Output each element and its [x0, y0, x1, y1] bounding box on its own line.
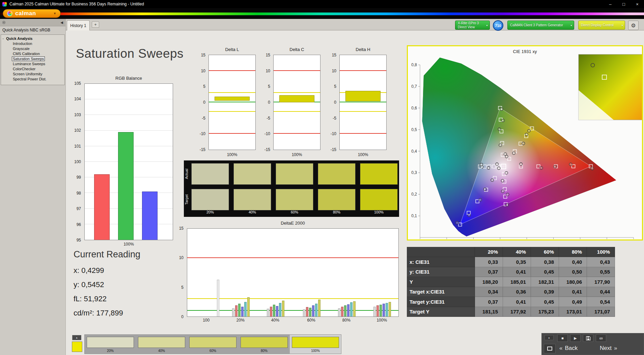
next-button[interactable]: Next »: [600, 345, 617, 352]
actual-swatch-60%: [276, 163, 313, 185]
sidebar-item-saturation-sweeps[interactable]: Saturation Sweeps: [1, 56, 64, 61]
axis-tick-label: 104: [66, 97, 82, 101]
table-header-cell: [407, 247, 475, 257]
deltae-bar: [267, 309, 269, 316]
axis-tick-label: 0,3: [411, 170, 417, 175]
swatch-col-label: 80%: [318, 210, 356, 214]
sidebar-tree-items: IntroductionGrayscaleCMS CalibrationSatu…: [1, 41, 64, 82]
table-cell: 185,01: [503, 277, 531, 287]
meter-line2: Direct View: [458, 25, 475, 29]
app-icon: [2, 2, 7, 6]
pattern-window-icon: [547, 347, 552, 351]
cie-measured-green: [499, 144, 502, 147]
axis-tick-label: 95: [66, 238, 82, 243]
sidebar-item-label: Introduction: [12, 42, 33, 46]
sidebar-item-spectral-power-dist[interactable]: Spectral Power Dist.: [1, 77, 64, 82]
table-cell: 175,23: [531, 307, 559, 317]
maximize-button[interactable]: □: [617, 2, 631, 7]
table-row: Target y:CIE310,370,410,450,490,54: [407, 297, 615, 307]
sidebar-item-screen-uniformity[interactable]: Screen Uniformity: [1, 72, 64, 77]
axis-tick-label: 15: [258, 53, 271, 57]
pattern-source-button[interactable]: CalMAN Client 3 Pattern Generator ▼: [507, 21, 574, 30]
sidebar-item-quick-analysis[interactable]: ▪ Quick Analysis: [1, 36, 64, 41]
deltae-bar: [273, 305, 275, 316]
sidebar-item-label: CMS Calibration: [12, 52, 40, 56]
actual-swatch-100%: [360, 163, 398, 185]
add-tab-button[interactable]: +: [92, 21, 99, 28]
yellow-limit-line: [340, 111, 386, 112]
sidebar-item-luminance-sweeps[interactable]: Luminance Sweeps: [1, 61, 64, 67]
deltae-bar: [318, 300, 320, 316]
row-label: x: CIE31: [407, 257, 475, 267]
axis-tick-label: 0,5: [411, 127, 417, 132]
sidebar-item-cms-calibration[interactable]: CMS Calibration: [1, 51, 64, 56]
swatch-col-label: 40%: [233, 210, 271, 214]
window-title: Calman 2025 Calman Ultimate for Business…: [9, 2, 144, 6]
meter-status-badge[interactable]: 710: [493, 20, 503, 31]
stop-button[interactable]: ■: [557, 334, 568, 342]
meter-button[interactable]: X-Rite i1Pro 3 Direct View ▼: [455, 21, 490, 30]
tab-history-1[interactable]: History 1: [67, 20, 90, 30]
settings-button[interactable]: ⚙: [628, 21, 639, 30]
cie-measured-magenta: [501, 190, 504, 193]
collapse-sidebar-icon[interactable]: ◀: [60, 21, 63, 24]
back-button[interactable]: « Back: [559, 345, 578, 352]
deltae-bar: [315, 304, 317, 316]
deltae-ylabels: 051015: [171, 228, 186, 317]
table-cell: 0,41: [559, 287, 587, 297]
swatch-col-label: 100%: [360, 210, 398, 214]
continuous-read-button[interactable]: ∞: [596, 334, 606, 342]
pattern-60%[interactable]: 60%: [187, 335, 239, 354]
row-label: Target Y: [407, 307, 475, 317]
delta-c-ylabels: -15-10-5051015: [259, 55, 272, 150]
table-cell: 0,54: [587, 297, 615, 307]
delta-bar: [215, 97, 250, 101]
swatch-col-label: 20%: [191, 210, 229, 214]
pattern-20%[interactable]: 20%: [85, 335, 136, 354]
sidebar-item-grayscale[interactable]: Grayscale: [1, 46, 64, 51]
red-limit-line: [209, 70, 255, 71]
deltae-bar: [306, 307, 308, 316]
pattern-100%[interactable]: 100%: [290, 335, 341, 354]
row-label: Target y:CIE31: [407, 297, 475, 307]
deltae-bar: [341, 307, 343, 316]
delta-h-title: Delta H: [340, 47, 386, 52]
calman-logo-button[interactable]: calman ▼: [3, 9, 61, 18]
patch-up-button[interactable]: ▲: [72, 335, 81, 340]
pattern-80%[interactable]: 80%: [239, 335, 290, 354]
cie-measured-blue: [468, 214, 470, 217]
rainbow-strip: [0, 12, 644, 15]
nav-dot-icon[interactable]: [2, 21, 5, 24]
source-label: CalMAN Client 3 Pattern Generator: [510, 23, 563, 27]
sidebar-item-colorchecker[interactable]: ColorChecker: [1, 67, 64, 72]
delta-h-chart: Delta H -15-10-5051015 100%: [339, 55, 387, 150]
pattern-window-button[interactable]: [544, 344, 556, 353]
save-button[interactable]: [583, 334, 593, 342]
table-header-cell: 100%: [587, 247, 615, 257]
delta-h-xlabel: 100%: [340, 152, 386, 157]
next-arrows-icon: »: [614, 345, 617, 352]
axis-tick-label: 0: [169, 314, 184, 319]
axis-tick-label: 105: [66, 81, 82, 86]
close-button[interactable]: ×: [631, 2, 644, 7]
reading-y: y: 0,5452: [74, 280, 104, 289]
play-button[interactable]: ▶: [570, 334, 581, 342]
sidebar-item-introduction[interactable]: Introduction: [1, 41, 64, 46]
transport-up-button[interactable]: ▲: [544, 335, 554, 340]
cie-measured-green: [500, 108, 503, 110]
deltae-bar: [238, 304, 241, 316]
axis-tick-label: 100: [203, 318, 209, 323]
table-cell: 0,37: [475, 297, 503, 307]
pattern-label: 80%: [239, 349, 290, 353]
tab-bar: History 1 + X-Rite i1Pro 3 Direct View ▼…: [0, 19, 644, 30]
rgb-balance-plot: [84, 83, 173, 240]
deltae-xlabels: 10020%40%60%80%100%: [187, 318, 399, 323]
sidebar-item-label: Grayscale: [12, 47, 30, 51]
axis-tick-label: 100%: [376, 318, 387, 323]
minimize-button[interactable]: –: [604, 2, 617, 7]
delta-c-title: Delta C: [274, 47, 320, 52]
axis-tick-label: -5: [258, 116, 271, 121]
display-control-button[interactable]: Direct Display Control ▼: [578, 21, 625, 30]
pattern-40%[interactable]: 40%: [136, 335, 187, 354]
table-cell: 0,35: [503, 257, 531, 267]
